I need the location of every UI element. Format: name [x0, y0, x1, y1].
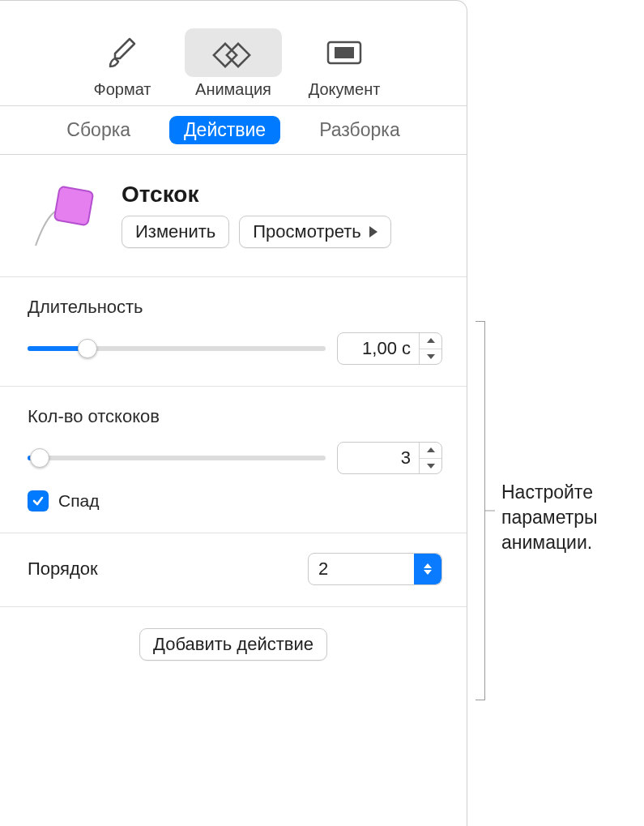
tab-animation[interactable]: Анимация — [183, 28, 284, 99]
svg-marker-6 — [427, 354, 435, 359]
inspector-panel: Формат Анимация Документ Сборка Дейст — [0, 0, 467, 826]
order-label: Порядок — [28, 559, 98, 580]
callout-bracket — [467, 321, 485, 700]
subtab-build-in[interactable]: Сборка — [52, 116, 145, 144]
effect-title: Отскок — [122, 182, 391, 208]
svg-marker-8 — [427, 464, 435, 469]
subtab-action[interactable]: Действие — [169, 116, 280, 144]
bounces-step-up[interactable] — [420, 443, 441, 459]
preview-label: Просмотреть — [253, 221, 361, 242]
callout-text: Настройте параметры анимации. — [501, 480, 631, 555]
decay-label: Спад — [58, 491, 99, 511]
animation-subtabs: Сборка Действие Разборка — [0, 106, 467, 155]
change-effect-label: Изменить — [135, 221, 215, 242]
svg-rect-1 — [227, 44, 249, 66]
document-icon — [325, 37, 364, 68]
tab-document-label: Документ — [309, 80, 381, 99]
tab-format[interactable]: Формат — [72, 28, 173, 99]
play-icon — [369, 226, 377, 238]
preview-button[interactable]: Просмотреть — [239, 216, 391, 248]
duration-step-up[interactable] — [420, 333, 441, 349]
order-section: Порядок 2 — [0, 533, 467, 607]
chevron-down-icon — [424, 570, 432, 575]
order-value: 2 — [309, 559, 414, 580]
tab-document[interactable]: Документ — [294, 28, 395, 99]
bounces-step-down[interactable] — [420, 459, 441, 474]
duration-slider[interactable] — [28, 339, 326, 358]
order-select-button[interactable] — [414, 554, 441, 584]
svg-rect-3 — [335, 47, 354, 58]
bounces-value: 3 — [338, 443, 419, 473]
add-action-label: Добавить действие — [153, 634, 313, 655]
change-effect-button[interactable]: Изменить — [122, 216, 229, 248]
effect-header: Отскок Изменить Просмотреть — [0, 155, 467, 277]
duration-step-down[interactable] — [420, 349, 441, 365]
subtab-build-out[interactable]: Разборка — [305, 116, 415, 144]
callout: Настройте параметры анимации. — [467, 321, 631, 700]
svg-rect-0 — [214, 44, 237, 66]
duration-stepper-field[interactable]: 1,00 с — [337, 332, 442, 365]
tab-animation-label: Анимация — [195, 80, 271, 99]
decay-checkbox[interactable] — [28, 490, 49, 511]
footer: Добавить действие — [0, 607, 467, 682]
bounces-label: Кол-во отскоков — [28, 406, 442, 427]
duration-value: 1,00 с — [338, 333, 419, 364]
duration-section: Длительность 1,00 с — [0, 277, 467, 387]
svg-marker-5 — [427, 338, 435, 343]
toolbar: Формат Анимация Документ — [0, 1, 467, 106]
svg-marker-7 — [427, 447, 435, 452]
order-select[interactable]: 2 — [308, 553, 442, 585]
bounces-stepper-field[interactable]: 3 — [337, 442, 442, 474]
animation-icon — [212, 36, 254, 70]
checkmark-icon — [32, 494, 45, 507]
bounces-slider[interactable] — [28, 448, 326, 468]
chevron-up-icon — [424, 563, 432, 568]
svg-rect-4 — [54, 186, 94, 226]
paintbrush-icon — [105, 36, 139, 70]
bounce-effect-icon — [28, 176, 105, 254]
duration-label: Длительность — [28, 297, 442, 318]
bounces-section: Кол-во отскоков 3 — [0, 387, 467, 533]
add-action-button[interactable]: Добавить действие — [139, 628, 327, 661]
tab-format-label: Формат — [93, 80, 151, 99]
